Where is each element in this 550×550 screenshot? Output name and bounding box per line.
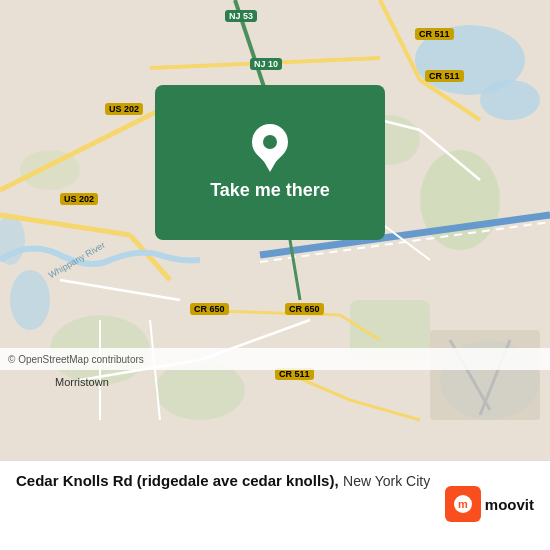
map-container: NJ 53 NJ 10 US 202 US 202 CR 511 CR 511 … <box>0 0 550 460</box>
label-morristown: Morristown <box>55 376 109 388</box>
badge-nj10: NJ 10 <box>250 58 282 70</box>
copyright-bar: © OpenStreetMap contributors <box>0 348 550 370</box>
place-city: New York City <box>343 473 430 489</box>
badge-nj53: NJ 53 <box>225 10 257 22</box>
info-bar: Cedar Knolls Rd (ridgedale ave cedar kno… <box>0 460 550 550</box>
svg-point-4 <box>10 270 50 330</box>
moovit-text: moovit <box>485 496 534 513</box>
svg-point-2 <box>480 80 540 120</box>
badge-cr650b: CR 650 <box>285 303 324 315</box>
place-name: Cedar Knolls Rd (ridgedale ave cedar kno… <box>16 472 339 489</box>
badge-cr650a: CR 650 <box>190 303 229 315</box>
popup-label[interactable]: Take me there <box>210 180 330 201</box>
copyright-text: © OpenStreetMap contributors <box>8 354 144 365</box>
take-me-there-popup[interactable]: Take me there <box>155 85 385 240</box>
badge-us202b: US 202 <box>60 193 98 205</box>
badge-cr511b: CR 511 <box>425 70 464 82</box>
moovit-icon: m <box>445 486 481 522</box>
badge-us202a: US 202 <box>105 103 143 115</box>
moovit-logo: m moovit <box>445 486 534 522</box>
svg-text:m: m <box>458 498 468 510</box>
location-pin-icon <box>250 124 290 172</box>
badge-cr511a: CR 511 <box>415 28 454 40</box>
